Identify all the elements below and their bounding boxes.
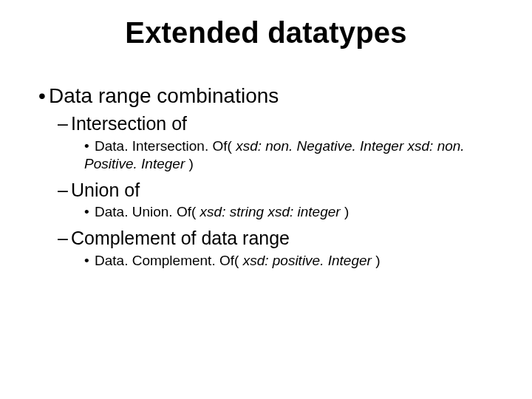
item-suffix: ) [375, 253, 380, 268]
dash-icon: – [58, 178, 71, 202]
item-suffix: ) [189, 156, 194, 171]
item-args: xsd: string xsd: integer [200, 204, 344, 219]
bullet-dot: • [84, 203, 95, 222]
subheading-text: Intersection of [71, 113, 187, 134]
item-args: xsd: positive. Integer [243, 253, 376, 268]
subheading-text: Union of [71, 180, 140, 200]
subheading-intersection: –Intersection of [58, 112, 497, 136]
item-prefix: Data. Union. Of( [95, 204, 200, 219]
dash-icon: – [58, 112, 71, 136]
bullet-level1: •Data range combinations [38, 83, 497, 109]
item-union: •Data. Union. Of( xsd: string xsd: integ… [84, 203, 497, 222]
dash-icon: – [58, 226, 71, 250]
item-complement: •Data. Complement. Of( xsd: positive. In… [84, 252, 497, 270]
item-suffix: ) [344, 204, 349, 219]
subheading-text: Complement of data range [71, 228, 290, 248]
bullet-text: Data range combinations [49, 84, 279, 107]
bullet-dot: • [38, 83, 49, 109]
item-prefix: Data. Intersection. Of( [95, 138, 236, 154]
slide-body: •Data range combinations –Intersection o… [38, 83, 497, 274]
item-prefix: Data. Complement. Of( [95, 253, 243, 268]
item-intersection: •Data. Intersection. Of( xsd: non. Negat… [84, 137, 497, 174]
subheading-complement: –Complement of data range [58, 226, 497, 250]
slide: Extended datatypes •Data range combinati… [0, 0, 532, 399]
bullet-dot: • [84, 137, 95, 156]
subheading-union: –Union of [58, 178, 497, 202]
bullet-dot: • [84, 252, 95, 270]
slide-title: Extended datatypes [0, 16, 532, 50]
